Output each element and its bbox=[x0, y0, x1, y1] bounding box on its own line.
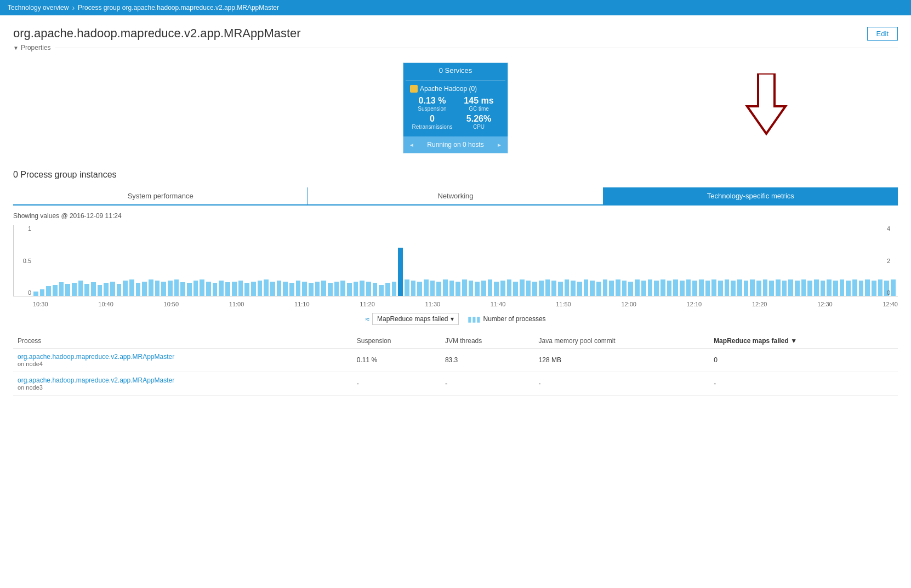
chart-bar bbox=[180, 282, 185, 296]
properties-section[interactable]: ▼ Properties bbox=[13, 44, 898, 52]
col-process: Process bbox=[13, 334, 352, 349]
chart-bar bbox=[405, 279, 409, 296]
chart-bar bbox=[558, 282, 563, 296]
chart-bar bbox=[814, 279, 819, 296]
col-maps-failed[interactable]: MapReduce maps failed ▼ bbox=[709, 334, 898, 349]
edit-button[interactable]: Edit bbox=[867, 27, 898, 41]
service-card-area: 0 Services Apache Hadoop (0) 0.13 % Susp… bbox=[13, 62, 898, 153]
breadcrumb-separator: › bbox=[72, 3, 75, 12]
chart-bar bbox=[168, 281, 173, 296]
legend-dropdown[interactable]: MapReduce maps failed ▾ bbox=[372, 313, 458, 325]
tabs: System performance Networking Technology… bbox=[13, 187, 898, 205]
chart-bar bbox=[456, 282, 460, 296]
tab-technology-metrics[interactable]: Technology-specific metrics bbox=[603, 187, 898, 205]
chart-bar bbox=[628, 282, 633, 296]
chart-bar bbox=[609, 281, 614, 296]
chart-bar bbox=[532, 282, 537, 296]
service-card[interactable]: 0 Services Apache Hadoop (0) 0.13 % Susp… bbox=[403, 62, 508, 153]
collapse-triangle: ▼ bbox=[13, 45, 19, 51]
chart-bar bbox=[46, 286, 51, 296]
chart-bar bbox=[852, 279, 857, 296]
x-axis-label: 12:20 bbox=[752, 301, 767, 307]
table-row: org.apache.hadoop.mapreduce.v2.app.MRApp… bbox=[13, 372, 898, 396]
table-cell-maps_failed: 0 bbox=[709, 349, 898, 372]
breadcrumb-home-link[interactable]: Technology overview bbox=[8, 4, 69, 12]
x-axis-label: 10:50 bbox=[164, 301, 179, 307]
legend-series-label: Number of processes bbox=[483, 315, 546, 323]
table-body: org.apache.hadoop.mapreduce.v2.app.MRApp… bbox=[13, 349, 898, 396]
chart-container: 1 0.5 0 4 2 0 bbox=[13, 225, 898, 296]
suspension-metric: 0.13 % Suspension bbox=[410, 96, 454, 112]
data-table: Process Suspension JVM threads Java memo… bbox=[13, 334, 898, 396]
col-suspension: Suspension bbox=[352, 334, 441, 349]
process-node: on node4 bbox=[18, 361, 348, 367]
legend-dropdown-arrow: ▾ bbox=[451, 315, 454, 323]
legend-icon: ≈ bbox=[365, 315, 369, 323]
service-card-footer[interactable]: ◄ Running on 0 hosts ► bbox=[403, 136, 508, 153]
process-link[interactable]: org.apache.hadoop.mapreduce.v2.app.MRApp… bbox=[18, 353, 174, 361]
chart-bar bbox=[622, 281, 627, 296]
chart-bar bbox=[187, 283, 192, 296]
chart-bar bbox=[705, 281, 710, 296]
chart-bar bbox=[782, 281, 787, 296]
chart-bar bbox=[603, 279, 608, 296]
chart-bar bbox=[360, 281, 365, 296]
chart-bar bbox=[232, 282, 237, 296]
chart-bar bbox=[731, 281, 736, 296]
chart-bar bbox=[200, 279, 204, 296]
chart-bar bbox=[40, 289, 45, 296]
chart-bar bbox=[321, 281, 326, 296]
chart-bar bbox=[283, 282, 288, 296]
chart-bar bbox=[443, 279, 448, 296]
chart-y-right: 4 2 0 bbox=[887, 225, 898, 296]
chart-bar bbox=[763, 279, 768, 296]
service-item-title: Apache Hadoop (0) bbox=[410, 85, 501, 93]
cpu-value: 5.26% bbox=[457, 114, 501, 124]
chart-bar bbox=[379, 285, 384, 296]
chart-bar bbox=[584, 279, 589, 296]
x-axis-label: 11:00 bbox=[229, 301, 244, 307]
chart-bar bbox=[769, 281, 774, 296]
chart-bar bbox=[193, 281, 198, 296]
x-axis-label: 12:10 bbox=[687, 301, 702, 307]
chart-bar bbox=[411, 281, 416, 296]
retrans-metric: 0 Retransmissions bbox=[410, 114, 454, 130]
chart-bar bbox=[827, 279, 832, 296]
chart-bar bbox=[641, 281, 646, 296]
chart-timestamp: Showing values @ 2016-12-09 11:24 bbox=[13, 212, 898, 220]
chart-bar bbox=[123, 281, 128, 296]
tab-networking[interactable]: Networking bbox=[308, 187, 602, 205]
y-left-bot: 0 bbox=[14, 289, 31, 296]
tab-system-performance[interactable]: System performance bbox=[13, 187, 308, 205]
chart-bar bbox=[136, 283, 141, 296]
chart-bar bbox=[104, 283, 109, 296]
y-right-mid: 2 bbox=[887, 258, 898, 264]
col-memory: Java memory pool commit bbox=[534, 334, 710, 349]
service-metrics: 0.13 % Suspension 145 ms GC time 0 Retra… bbox=[410, 96, 501, 130]
chart-bar bbox=[821, 281, 825, 296]
chart-bar bbox=[878, 279, 883, 296]
chart-bar bbox=[833, 281, 838, 296]
running-on-label: Running on 0 hosts bbox=[427, 141, 483, 149]
chart-bar bbox=[801, 279, 806, 296]
chart-bar bbox=[500, 281, 505, 296]
chart-bar bbox=[551, 281, 556, 296]
chart-bar bbox=[872, 281, 876, 296]
x-axis-label: 11:30 bbox=[425, 301, 441, 307]
chart-bar bbox=[354, 282, 358, 296]
process-link[interactable]: org.apache.hadoop.mapreduce.v2.app.MRApp… bbox=[18, 376, 174, 384]
x-axis-label: 11:10 bbox=[294, 301, 310, 307]
table-cell-jvm_threads: 83.3 bbox=[441, 349, 534, 372]
chart-bar bbox=[756, 281, 761, 296]
footer-right-arrow: ► bbox=[497, 142, 502, 148]
retrans-label: Retransmissions bbox=[410, 124, 454, 130]
chart-bar bbox=[750, 279, 755, 296]
chart-bar bbox=[33, 292, 38, 296]
chart-bar bbox=[340, 281, 345, 296]
chart-bar bbox=[334, 282, 339, 296]
hadoop-icon bbox=[410, 85, 418, 93]
chart-bar bbox=[737, 279, 742, 296]
table-cell-memory_commit: - bbox=[534, 372, 710, 396]
gc-metric: 145 ms GC time bbox=[457, 96, 501, 112]
chart-bar bbox=[98, 285, 103, 296]
